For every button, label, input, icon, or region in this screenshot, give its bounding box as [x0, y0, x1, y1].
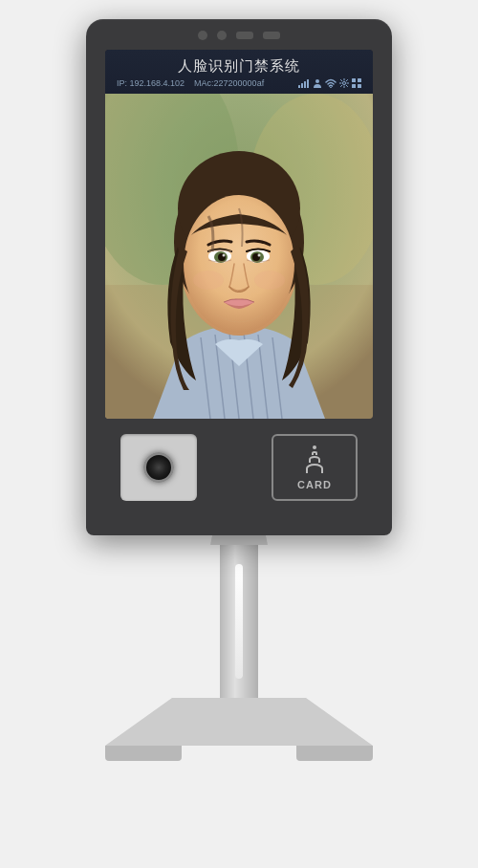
svg-point-29: [223, 254, 226, 257]
sensor-rect-2: [263, 32, 280, 39]
person-icon: [313, 78, 322, 88]
ip-mac-info: IP: 192.168.4.102 MAc:227200000af: [117, 78, 264, 88]
mac-label: MAc:227200000af: [194, 78, 264, 88]
svg-rect-9: [352, 84, 356, 88]
ip-label: IP: 192.168.4.102: [117, 78, 185, 88]
nfc-arc-large: [306, 464, 323, 473]
signal-icon: [298, 78, 310, 88]
card-reader[interactable]: CARD: [272, 434, 358, 501]
svg-point-33: [258, 254, 261, 257]
card-reader-label: CARD: [297, 479, 332, 490]
nfc-arc-medium: [309, 456, 320, 463]
nfc-dot: [313, 445, 316, 449]
camera-lens: [143, 452, 174, 483]
pole-section: [210, 516, 268, 698]
svg-point-4: [315, 79, 319, 83]
grid-icon: [352, 78, 361, 88]
screen-title: 人脸识别门禁系统: [117, 57, 361, 76]
svg-point-5: [330, 87, 332, 88]
nfc-arc-small: [312, 451, 317, 455]
pole-cable: [235, 564, 243, 679]
foot-right: [296, 746, 373, 761]
portrait-svg: [105, 94, 373, 419]
svg-point-34: [193, 271, 224, 290]
svg-rect-7: [352, 78, 356, 82]
portrait-container: [105, 94, 373, 419]
svg-rect-8: [358, 78, 361, 82]
svg-rect-2: [304, 81, 306, 88]
scene: 人脸识别门禁系统 IP: 192.168.4.102 MAc:227200000…: [0, 0, 478, 868]
svg-rect-3: [307, 79, 309, 88]
svg-point-6: [343, 82, 346, 85]
svg-point-35: [254, 271, 285, 290]
screen-info: IP: 192.168.4.102 MAc:227200000af: [117, 78, 361, 88]
screen: 人脸识别门禁系统 IP: 192.168.4.102 MAc:227200000…: [105, 50, 373, 419]
base-spread: [105, 698, 373, 746]
sensor-dot-2: [217, 31, 227, 40]
foot-left: [105, 746, 182, 761]
sensor-rect-1: [236, 32, 253, 39]
sensor-bar: [86, 19, 392, 50]
svg-rect-0: [298, 85, 300, 88]
svg-rect-10: [358, 84, 361, 88]
settings-icon: [339, 78, 349, 88]
below-screen-panel: CARD: [105, 419, 373, 516]
base-section: [105, 698, 373, 761]
status-icons: [298, 78, 361, 88]
pole-main: [220, 545, 258, 698]
camera-module: [120, 434, 197, 501]
base-feet: [105, 746, 373, 761]
nfc-icon: [306, 445, 323, 473]
device-body: 人脸识别门禁系统 IP: 192.168.4.102 MAc:227200000…: [86, 19, 392, 535]
svg-rect-1: [301, 83, 303, 88]
wifi-icon: [325, 78, 337, 88]
screen-header: 人脸识别门禁系统 IP: 192.168.4.102 MAc:227200000…: [105, 50, 373, 94]
sensor-dot-1: [198, 31, 207, 40]
camera-feed: [105, 94, 373, 419]
